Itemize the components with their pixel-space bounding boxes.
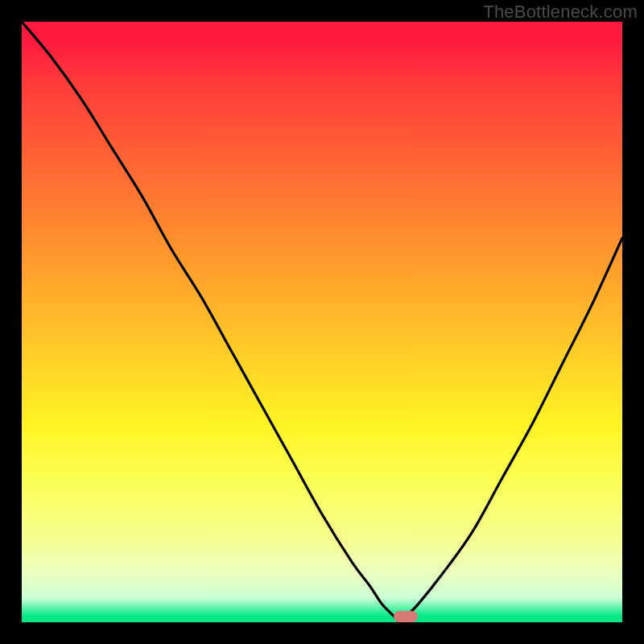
- plot-area: [22, 22, 622, 622]
- chart-frame: TheBottleneck.com: [0, 0, 644, 644]
- curve-path: [22, 22, 622, 622]
- mismatch-curve: [22, 22, 622, 622]
- optimal-marker: [394, 611, 418, 622]
- watermark-text: TheBottleneck.com: [483, 2, 638, 23]
